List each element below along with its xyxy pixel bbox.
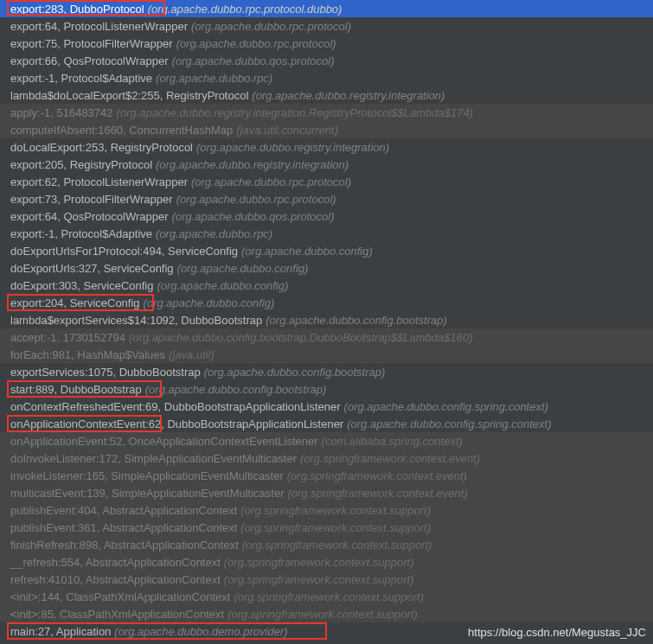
frame-method-text: doExport:303, ServiceConfig [10,279,153,292]
frame-method-text: finishRefresh:898, AbstractApplicationCo… [10,539,239,552]
stack-frame-row[interactable]: accept:-1, 1730152794(org.apache.dubbo.c… [0,328,653,346]
stack-frame-row[interactable]: doExport:303, ServiceConfig(org.apache.d… [0,277,653,294]
frame-package-text: (org.apache.dubbo.config.bootstrap) [266,314,447,327]
stack-frame-row[interactable]: publishEvent:404, AbstractApplicationCon… [0,501,653,519]
frame-package-text: (java.util) [169,348,214,361]
frame-package-text: (org.apache.dubbo.config.spring.context) [347,418,551,430]
frame-package-text: (org.apache.dubbo.registry.integration) [156,158,349,171]
frame-method-text: invokeListener:165, SimpleApplicationEve… [10,469,284,482]
frame-method-text: onApplicationEvent:52, OnceApplicationCo… [10,435,318,448]
frame-package-text: (org.springframework.context.event) [287,487,467,500]
frame-method-text: export:75, ProtocolFilterWrapper [10,37,173,50]
stack-frame-row[interactable]: doExportUrlsFor1Protocol:494, ServiceCon… [0,242,653,259]
frame-method-text: export:64, QosProtocolWrapper [10,210,169,223]
frame-package-text: (org.apache.dubbo.config) [144,296,275,309]
stack-frame-row[interactable]: finishRefresh:898, AbstractApplicationCo… [0,536,653,553]
stack-frame-row[interactable]: doExportUrls:327, ServiceConfig(org.apac… [0,259,653,277]
frame-package-text: (org.apache.dubbo.rpc) [156,227,272,240]
stack-frame-row[interactable]: exportServices:1075, DubboBootstrap(org.… [0,363,653,380]
frame-method-text: export:205, RegistryProtocol [10,158,152,171]
stack-frame-row[interactable]: apply:-1, 516483742(org.apache.dubbo.reg… [0,104,653,121]
frame-method-text: lambda$exportServices$14:1092, DubboBoot… [10,314,262,327]
stack-frame-row[interactable]: lambda$exportServices$14:1092, DubboBoot… [0,311,653,328]
stack-frame-row[interactable]: start:889, DubboBootstrap(org.apache.dub… [0,380,653,398]
frame-package-text: (org.apache.dubbo.config.bootstrap) [204,366,386,379]
stack-frame-row[interactable]: onApplicationEvent:52, OnceApplicationCo… [0,432,653,450]
frame-package-text: (org.apache.dubbo.rpc.protocol) [191,175,351,188]
frame-package-text: (org.springframework.context.support) [224,573,414,586]
frame-method-text: export:283, DubboProtocol [10,3,144,16]
frame-method-text: forEach:981, HashMap$Values [10,348,165,361]
frame-method-text: <init>:85, ClassPathXmlApplicationContex… [10,608,224,621]
frame-package-text: (org.apache.dubbo.config) [177,262,309,275]
frame-package-text: (org.apache.dubbo.rpc.protocol) [191,20,351,33]
frame-package-text: (org.springframework.context.support) [227,608,418,621]
stack-frame-row[interactable]: export:204, ServiceConfig(org.apache.dub… [0,294,653,311]
stack-frame-row[interactable]: export:-1, Protocol$Adaptive(org.apache.… [0,69,653,86]
stack-frame-row[interactable]: export:73, ProtocolFilterWrapper(org.apa… [0,190,653,207]
stack-frame-row[interactable]: forEach:981, HashMap$Values(java.util) [0,346,653,363]
stack-frame-row[interactable]: publishEvent:361, AbstractApplicationCon… [0,519,653,536]
stack-frame-row[interactable]: export:64, QosProtocolWrapper(org.apache… [0,207,653,225]
frame-method-text: doExportUrls:327, ServiceConfig [10,262,174,275]
frame-method-text: main:27, Application [10,625,111,638]
frame-package-text: (org.apache.dubbo.config) [241,245,373,258]
stack-frames-list[interactable]: export:283, DubboProtocol(org.apache.dub… [0,0,653,640]
frame-package-text: (org.apache.dubbo.registry.integration.R… [117,106,473,119]
frame-method-text: <init>:144, ClassPathXmlApplicationConte… [10,590,230,603]
frame-method-text: onApplicationContextEvent:62, DubboBoots… [10,418,343,430]
frame-package-text: (java.util.concurrent) [236,124,338,137]
frame-package-text: (org.springframework.context.support) [224,556,414,569]
frame-method-text: doInvokeListener:172, SimpleApplicationE… [10,452,297,465]
stack-frame-row[interactable]: export:75, ProtocolFilterWrapper(org.apa… [0,35,653,52]
stack-frame-row[interactable]: doInvokeListener:172, SimpleApplicationE… [0,450,653,467]
frame-package-text: (org.springframework.context.support) [242,539,432,552]
stack-frame-row[interactable]: __refresh:554, AbstractApplicationContex… [0,553,653,571]
frame-method-text: accept:-1, 1730152794 [10,331,125,344]
frame-method-text: export:64, ProtocolListenerWrapper [10,20,188,33]
stack-frame-row[interactable]: export:-1, Protocol$Adaptive(org.apache.… [0,225,653,242]
stack-frame-row[interactable]: <init>:85, ClassPathXmlApplicationContex… [0,605,653,622]
stack-frame-row[interactable]: export:66, QosProtocolWrapper(org.apache… [0,52,653,69]
frame-method-text: export:204, ServiceConfig [10,296,140,309]
frame-method-text: export:66, QosProtocolWrapper [10,54,169,67]
stack-frame-row[interactable]: lambda$doLocalExport$2:255, RegistryProt… [0,86,653,104]
frame-package-text: (org.apache.dubbo.registry.integration) [196,141,389,154]
stack-frame-row[interactable]: export:62, ProtocolListenerWrapper(org.a… [0,173,653,190]
frame-method-text: doLocalExport:253, RegistryProtocol [10,141,193,154]
frame-package-text: (org.apache.dubbo.qos.protocol) [172,54,335,67]
frame-method-text: publishEvent:404, AbstractApplicationCon… [10,504,237,517]
frame-method-text: computeIfAbsent:1660, ConcurrentHashMap [10,124,233,137]
frame-method-text: doExportUrlsFor1Protocol:494, ServiceCon… [10,245,238,258]
frame-package-text: (org.apache.dubbo.config.bootstrap.Dubbo… [129,331,473,344]
frame-package-text: (org.apache.dubbo.demo.provider) [114,625,287,638]
frame-method-text: export:-1, Protocol$Adaptive [10,227,152,240]
watermark-text: https://blog.csdn.net/Megustas_JJC [468,626,646,639]
frame-package-text: (org.springframework.context.support) [240,521,431,534]
frame-method-text: multicastEvent:139, SimpleApplicationEve… [10,487,284,500]
frame-method-text: apply:-1, 516483742 [10,106,113,119]
frame-method-text: start:889, DubboBootstrap [10,383,142,396]
stack-frame-row[interactable]: export:283, DubboProtocol(org.apache.dub… [0,0,653,17]
frame-package-text: (org.apache.dubbo.qos.protocol) [172,210,335,223]
frame-package-text: (org.apache.dubbo.rpc.protocol) [176,193,336,206]
stack-frame-row[interactable]: computeIfAbsent:1660, ConcurrentHashMap(… [0,121,653,138]
frame-package-text: (org.springframework.context.event) [300,452,480,465]
stack-frame-row[interactable]: export:205, RegistryProtocol(org.apache.… [0,156,653,173]
frame-package-text: (org.apache.dubbo.rpc) [156,72,272,85]
frame-method-text: exportServices:1075, DubboBootstrap [10,366,201,379]
stack-frame-row[interactable]: multicastEvent:139, SimpleApplicationEve… [0,484,653,501]
stack-frame-row[interactable]: doLocalExport:253, RegistryProtocol(org.… [0,138,653,156]
stack-frame-row[interactable]: onApplicationContextEvent:62, DubboBoots… [0,415,653,432]
frame-package-text: (org.apache.dubbo.registry.integration) [252,89,445,102]
stack-frame-row[interactable]: onContextRefreshedEvent:69, DubboBootstr… [0,398,653,415]
frame-package-text: (com.alibaba.spring.context) [322,435,463,448]
stack-frame-row[interactable]: export:64, ProtocolListenerWrapper(org.a… [0,17,653,35]
stack-frame-row[interactable]: <init>:144, ClassPathXmlApplicationConte… [0,588,653,605]
stack-frame-row[interactable]: refresh:41010, AbstractApplicationContex… [0,571,653,588]
frame-package-text: (org.apache.dubbo.config.bootstrap) [145,383,327,396]
frame-method-text: onContextRefreshedEvent:69, DubboBootstr… [10,400,341,413]
stack-frame-row[interactable]: invokeListener:165, SimpleApplicationEve… [0,467,653,484]
frame-package-text: (org.springframework.context.support) [234,590,424,603]
frame-package-text: (org.apache.dubbo.config) [157,279,288,292]
